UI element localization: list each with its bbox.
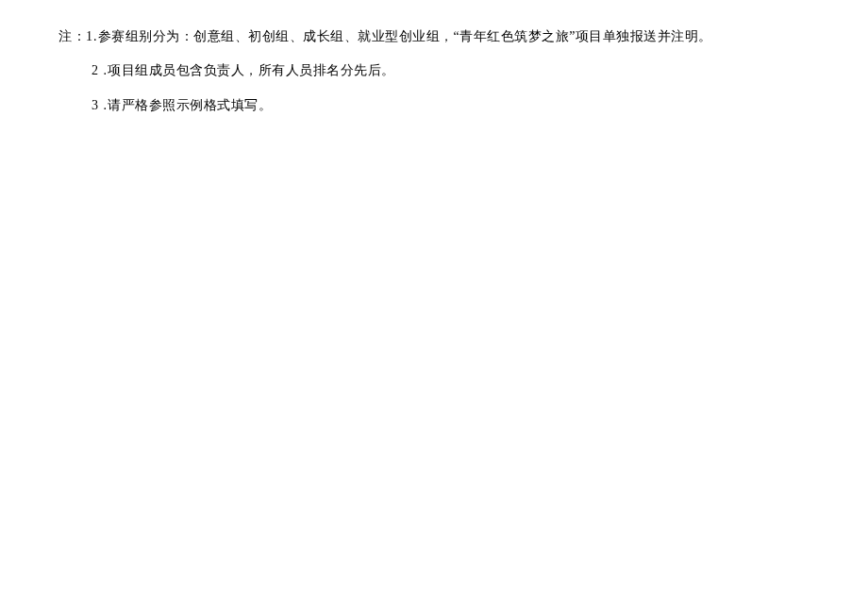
note-line-1: 注：1.参赛组别分为：创意组、初创组、成长组、就业型创业组，“青年红色筑梦之旅”… <box>58 26 868 47</box>
note-line-2: 2 .项目组成员包含负责人，所有人员排名分先后。 <box>58 60 868 81</box>
note-text-2: 项目组成员包含负责人，所有人员排名分先后。 <box>108 63 395 77</box>
note-number-3: 3 . <box>92 98 108 112</box>
note-text-1: 参赛组别分为：创意组、初创组、成长组、就业型创业组，“青年红色筑梦之旅”项目单独… <box>98 29 712 43</box>
note-label: 注： <box>58 29 86 43</box>
note-text-3: 请严格参照示例格式填写。 <box>108 98 272 112</box>
note-line-3: 3 .请严格参照示例格式填写。 <box>58 95 868 116</box>
note-number-1: 1. <box>86 29 98 43</box>
note-number-2: 2 . <box>92 63 108 77</box>
